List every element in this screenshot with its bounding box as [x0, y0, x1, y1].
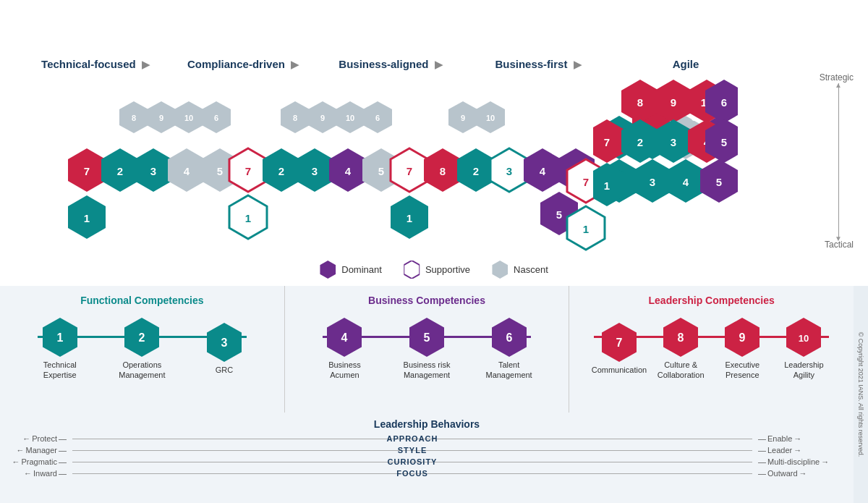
svg-text:2: 2	[637, 136, 643, 148]
func-label-3: GRC	[216, 365, 233, 375]
svg-text:7: 7	[245, 165, 251, 177]
legend-supportive: Supportive	[404, 261, 470, 279]
stage-technical: Technical-focused ▶	[22, 58, 169, 70]
bus-node-6: 6 TalentManagement	[468, 318, 550, 381]
behavior-left-1: ← Manager —	[14, 446, 72, 455]
svg-text:9: 9	[461, 114, 465, 122]
axis-arrow-top: ▲	[835, 81, 842, 89]
bus-label-6: TalentManagement	[485, 360, 532, 381]
lead-label-9: ExecutivePresence	[725, 360, 760, 381]
svg-text:5: 5	[217, 165, 223, 177]
axis-line	[838, 83, 839, 239]
svg-text:7: 7	[84, 165, 90, 177]
svg-text:3: 3	[671, 136, 676, 148]
behavior-center-1: STYLE	[72, 446, 752, 455]
leadership-competencies: Leadership Competencies 7 Communication …	[569, 286, 854, 413]
svg-text:4: 4	[341, 331, 348, 344]
functional-competencies: Functional Competencies 1 TechnicalExper…	[0, 286, 285, 413]
svg-text:8: 8	[637, 96, 643, 109]
behavior-row-2: ← Pragmatic — CURIOSITY — Multi-discipli…	[14, 457, 839, 466]
stage-compliance: Compliance-driven ▶	[169, 58, 317, 70]
svg-text:6: 6	[214, 114, 218, 122]
svg-text:5: 5	[721, 136, 727, 148]
stage-business-first: Business-first ▶	[464, 58, 612, 70]
svg-text:6: 6	[375, 114, 380, 122]
hex-cluster-agile: 8 9 10 7 2 3 4 6 5 1	[593, 76, 738, 264]
svg-text:8: 8	[440, 165, 446, 177]
func-label-2: OperationsManagement	[119, 360, 165, 381]
svg-text:9: 9	[671, 96, 676, 109]
svg-text:10: 10	[486, 114, 495, 122]
svg-text:7: 7	[583, 176, 589, 188]
svg-text:1: 1	[407, 212, 412, 224]
behaviors-title: Leadership Behaviors	[14, 418, 839, 430]
behavior-center-0: APPROACH	[72, 434, 752, 443]
svg-text:2: 2	[117, 165, 123, 177]
arrow-1: ▶	[142, 59, 150, 70]
behavior-right-2: — Multi-discipline →	[752, 457, 839, 466]
bottom-section: Functional Competencies 1 TechnicalExper…	[0, 286, 868, 503]
business-competencies: Business Competencies 4 BusinessAcumen 5…	[285, 286, 570, 413]
svg-text:7: 7	[407, 165, 412, 177]
svg-marker-92	[320, 261, 336, 279]
lead-node-8: 8 Culture &Collaboration	[650, 318, 712, 381]
svg-text:9: 9	[320, 114, 325, 122]
svg-text:1: 1	[84, 212, 90, 224]
arrow-2: ▶	[291, 59, 299, 70]
stage-business-aligned: Business-aligned ▶	[317, 58, 464, 70]
svg-text:7: 7	[604, 136, 610, 148]
svg-text:8: 8	[678, 331, 684, 344]
svg-text:10: 10	[799, 333, 809, 344]
lead-node-7: 7 Communication	[588, 323, 650, 375]
bus-node-4: 4 BusinessAcumen	[304, 318, 386, 381]
stage-labels: Technical-focused ▶ Compliance-driven ▶ …	[22, 58, 760, 70]
legend-dominant: Dominant	[320, 261, 382, 279]
behavior-row-3: ← Inward — FOCUS — Outward →	[14, 469, 839, 478]
svg-text:4: 4	[345, 165, 352, 177]
behavior-center-3: FOCUS	[72, 469, 752, 478]
svg-text:1: 1	[583, 223, 589, 235]
bus-label-5: Business riskManagement	[404, 360, 451, 381]
behaviors-area: Leadership Behaviors ← Protect — APPROAC…	[0, 413, 854, 503]
lead-node-9: 9 ExecutivePresence	[712, 318, 773, 381]
competencies-area: Functional Competencies 1 TechnicalExper…	[0, 286, 854, 413]
svg-text:9: 9	[739, 331, 746, 344]
lead-label-8: Culture &Collaboration	[658, 360, 705, 381]
svg-text:5: 5	[378, 165, 384, 177]
arrow-3: ▶	[435, 59, 443, 70]
top-section: Technical-focused ▶ Compliance-driven ▶ …	[0, 0, 868, 286]
svg-text:2: 2	[473, 165, 479, 177]
bus-node-5: 5 Business riskManagement	[386, 318, 468, 381]
svg-text:6: 6	[721, 96, 727, 109]
func-node-1: 1 TechnicalExpertise	[19, 318, 101, 381]
svg-text:8: 8	[132, 114, 136, 122]
svg-text:6: 6	[506, 331, 512, 344]
lead-label-10: LeadershipAgility	[784, 360, 823, 381]
svg-text:3: 3	[221, 337, 227, 349]
behavior-right-0: — Enable →	[752, 434, 839, 443]
svg-text:3: 3	[506, 165, 512, 177]
svg-text:1: 1	[604, 179, 610, 192]
behavior-right-1: — Leader →	[752, 446, 839, 455]
svg-text:5: 5	[556, 208, 562, 221]
svg-text:2: 2	[139, 331, 145, 344]
svg-text:1: 1	[245, 212, 251, 224]
stage-agile: Agile	[612, 58, 760, 70]
functional-title: Functional Competencies	[12, 295, 273, 306]
svg-text:7: 7	[616, 337, 622, 349]
behavior-row-0: ← Protect — APPROACH — Enable →	[14, 434, 839, 443]
svg-text:3: 3	[150, 165, 156, 177]
legend: Dominant Supportive Nascent	[320, 261, 548, 279]
func-node-3: 3 GRC	[183, 323, 265, 375]
behavior-right-3: — Outward →	[752, 469, 839, 478]
svg-text:3: 3	[312, 165, 318, 177]
svg-marker-93	[404, 261, 420, 279]
behavior-row-1: ← Manager — STYLE — Leader →	[14, 446, 839, 455]
behavior-left-2: ← Pragmatic —	[14, 457, 72, 466]
svg-marker-94	[492, 261, 508, 279]
bus-label-4: BusinessAcumen	[328, 360, 361, 381]
behavior-center-2: CURIOSITY	[72, 457, 752, 466]
svg-text:1: 1	[56, 331, 63, 344]
svg-text:10: 10	[184, 114, 193, 122]
behavior-left-0: ← Protect —	[14, 434, 72, 443]
